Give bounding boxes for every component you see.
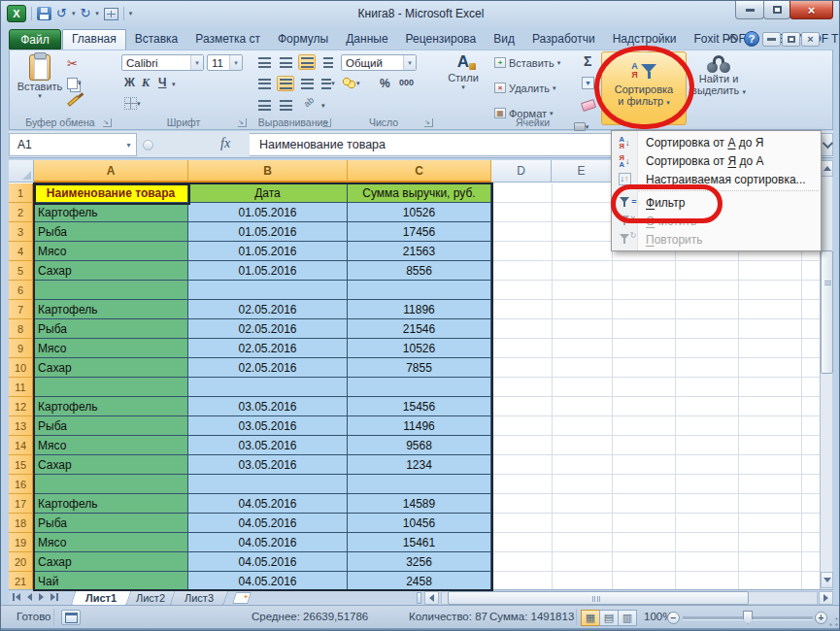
- cell-C13[interactable]: 11496: [348, 416, 491, 436]
- copy-icon[interactable]: ▾: [67, 78, 82, 89]
- clipboard-dialog-launcher[interactable]: ↘: [103, 118, 112, 127]
- select-all-corner[interactable]: [9, 160, 34, 183]
- cell-C19[interactable]: 15461: [348, 533, 491, 552]
- number-dialog-launcher[interactable]: ↘: [424, 118, 433, 127]
- insert-function-icon[interactable]: fx: [220, 136, 230, 151]
- row-header-14[interactable]: 14: [9, 436, 34, 455]
- number-format-combo[interactable]: Общий: [341, 54, 417, 71]
- close-button[interactable]: ×: [790, 1, 833, 19]
- cell-B7[interactable]: 02.05.2016: [188, 300, 348, 319]
- redo-icon[interactable]: ↻: [80, 6, 90, 21]
- page-layout-view-icon[interactable]: ▤: [599, 610, 619, 626]
- cell-C7[interactable]: 11896: [348, 300, 491, 319]
- clear-icon[interactable]: [582, 101, 595, 110]
- align-right-icon[interactable]: [298, 76, 316, 91]
- find-select-button[interactable]: Найти и выделить ▾: [690, 51, 747, 125]
- name-box[interactable]: A1: [9, 133, 137, 156]
- cell-C5[interactable]: 8556: [348, 261, 491, 281]
- quick-table-icon[interactable]: [104, 8, 118, 20]
- row-header-17[interactable]: 17: [9, 494, 34, 514]
- cell-C20[interactable]: 3256: [348, 552, 491, 572]
- cell-A18[interactable]: Рыба: [34, 514, 188, 533]
- column-header-D[interactable]: D: [491, 160, 552, 183]
- scroll-down-button[interactable]: [821, 572, 833, 588]
- ribbon-tab-6[interactable]: Вид: [485, 29, 523, 50]
- align-left-icon[interactable]: [255, 76, 273, 91]
- ribbon-tab-1[interactable]: Вставка: [126, 29, 187, 50]
- cell-B8[interactable]: 02.05.2016: [188, 319, 348, 339]
- align-top-icon[interactable]: [255, 54, 273, 70]
- row-header-1[interactable]: 1: [9, 183, 34, 203]
- help-icon[interactable]: ?: [744, 31, 759, 47]
- align-center-icon[interactable]: [277, 76, 294, 91]
- cell-B9[interactable]: 02.05.2016: [188, 339, 348, 358]
- cell-C17[interactable]: 14589: [348, 494, 491, 514]
- cell-B15[interactable]: 03.05.2016: [188, 455, 348, 475]
- sort-filter-button[interactable]: АЯ Сортировка и фильтр ▾: [601, 51, 687, 125]
- sheet-tab-3[interactable]: Лист3: [170, 590, 229, 606]
- delete-cells-button[interactable]: × Удалить▾: [494, 80, 556, 96]
- cell-C6[interactable]: [348, 281, 491, 300]
- row-header-13[interactable]: 13: [9, 416, 34, 436]
- sheet-tab-1[interactable]: Лист1: [70, 590, 131, 606]
- undo-dropdown-icon[interactable]: ▾: [72, 10, 76, 17]
- cell-C18[interactable]: 10456: [348, 514, 491, 533]
- cell-B10[interactable]: 02.05.2016: [188, 358, 348, 378]
- cell-A11[interactable]: [34, 378, 188, 397]
- minimize-button[interactable]: [735, 1, 764, 19]
- decrease-indent-icon[interactable]: [255, 97, 273, 113]
- cell-A4[interactable]: Мясо: [34, 242, 188, 261]
- font-dialog-launcher[interactable]: ↘: [238, 118, 247, 127]
- column-header-C[interactable]: C: [348, 160, 491, 183]
- row-header-20[interactable]: 20: [9, 552, 34, 572]
- cell-A13[interactable]: Рыба: [34, 416, 188, 436]
- increase-indent-icon[interactable]: [277, 97, 294, 113]
- tab-split-handle[interactable]: [417, 592, 421, 604]
- comma-style-icon[interactable]: 000: [399, 78, 414, 87]
- cell-B3[interactable]: 01.05.2016: [188, 222, 348, 242]
- cell-A12[interactable]: Картофель: [34, 397, 188, 416]
- row-header-6[interactable]: 6: [9, 281, 34, 300]
- cell-A20[interactable]: Сахар: [34, 552, 188, 572]
- merge-center-icon[interactable]: ▾: [319, 76, 337, 91]
- row-header-18[interactable]: 18: [9, 514, 34, 533]
- cell-A1[interactable]: Наименование товара: [34, 183, 188, 203]
- row-header-3[interactable]: 3: [9, 222, 34, 242]
- scroll-up-button[interactable]: [821, 160, 833, 177]
- cell-A5[interactable]: Сахар: [34, 261, 188, 281]
- ribbon-tab-7[interactable]: Разработчи: [523, 29, 604, 50]
- paste-button[interactable]: Вставить ▾: [17, 53, 63, 115]
- wrap-text-icon[interactable]: [319, 54, 337, 70]
- cell-C12[interactable]: 15456: [348, 397, 491, 416]
- align-middle-icon[interactable]: [277, 54, 294, 70]
- cell-C15[interactable]: 1234: [348, 455, 491, 475]
- last-sheet-icon[interactable]: [50, 593, 58, 601]
- bold-button[interactable]: Ж: [124, 76, 135, 89]
- insert-cells-button[interactable]: + Вставить▾: [494, 54, 560, 71]
- row-header-2[interactable]: 2: [9, 203, 34, 222]
- workbook-minimize-button[interactable]: [762, 32, 781, 47]
- cell-B12[interactable]: 03.05.2016: [188, 397, 348, 416]
- styles-button[interactable]: А Стили ▾: [440, 52, 487, 116]
- accounting-format-icon[interactable]: ▾: [343, 77, 360, 89]
- cell-C9[interactable]: 10526: [348, 339, 491, 358]
- row-header-9[interactable]: 9: [9, 339, 34, 358]
- restore-button[interactable]: [763, 1, 790, 19]
- file-tab[interactable]: Файл: [9, 29, 61, 50]
- undo-icon[interactable]: ↺: [56, 6, 67, 21]
- cell-A8[interactable]: Рыба: [34, 319, 188, 339]
- row-header-10[interactable]: 10: [9, 358, 34, 378]
- row-header-5[interactable]: 5: [9, 261, 34, 281]
- menu-item-2[interactable]: ↓↑Настраиваемая сортировка...: [612, 170, 821, 188]
- format-painter-icon[interactable]: [67, 99, 80, 103]
- cell-A3[interactable]: Рыба: [34, 222, 188, 242]
- scroll-left-button[interactable]: [424, 591, 439, 605]
- column-header-A[interactable]: A: [34, 160, 188, 183]
- formula-bar-splitter[interactable]: [143, 140, 153, 150]
- cell-A2[interactable]: Картофель: [34, 203, 188, 222]
- alignment-dialog-launcher[interactable]: ↘: [322, 118, 331, 127]
- column-header-E[interactable]: E: [552, 160, 612, 183]
- cell-A16[interactable]: [34, 475, 188, 494]
- row-header-15[interactable]: 15: [9, 455, 34, 475]
- workbook-close-button[interactable]: ×: [801, 32, 820, 47]
